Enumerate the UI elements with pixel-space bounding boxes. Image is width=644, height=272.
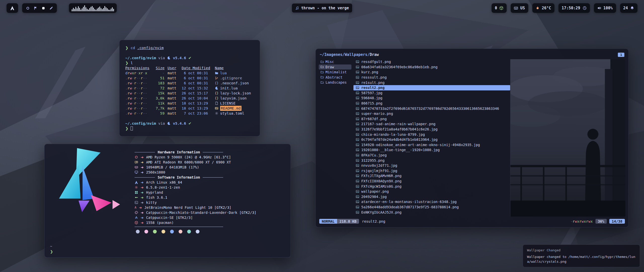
fetch-info-value: AMD Ryzen 9 5900X (24) @ 4.9GHz [61.3°C] bbox=[146, 155, 231, 160]
launcher-button[interactable] bbox=[7, 3, 18, 13]
file-row[interactable]: FXfcHgcWIAMzs0G.png bbox=[353, 184, 510, 189]
media-widget[interactable]: thrown - on the verge bbox=[292, 3, 352, 13]
topbar-left bbox=[7, 3, 117, 13]
folder-row[interactable]: Minimalist bbox=[319, 70, 351, 75]
file-name: resssult.png bbox=[361, 75, 387, 79]
file-row[interactable]: wallpaper.png bbox=[353, 189, 510, 194]
file-row[interactable]: resssult.png bbox=[353, 75, 510, 80]
image-icon bbox=[356, 127, 359, 131]
file-row[interactable]: super-mario.png bbox=[353, 111, 510, 116]
volume-widget[interactable]: 100% bbox=[594, 3, 616, 13]
file-row[interactable]: ressdfgult.png bbox=[353, 59, 510, 64]
file-name: stylua.toml bbox=[220, 111, 244, 116]
file-row[interactable]: 68747470733a2f2f696d616765732d7769786d70… bbox=[353, 106, 510, 111]
arrow-icon: ➜ bbox=[141, 215, 144, 220]
image-icon bbox=[356, 96, 359, 100]
software-section-title: Software Information bbox=[135, 175, 223, 180]
folder-name: Abstract bbox=[326, 75, 342, 79]
updates-widget[interactable]: 0 bbox=[492, 3, 507, 13]
workspace-switcher bbox=[22, 3, 57, 13]
display-icon bbox=[135, 171, 138, 174]
workspace-button[interactable] bbox=[42, 6, 45, 10]
file-owner: matt bbox=[168, 91, 179, 96]
file-row[interactable]: 587597.jpg bbox=[353, 90, 510, 96]
file-name: chica-mirando-la-luna-8799.jpg bbox=[361, 132, 425, 137]
file-row[interactable]: EeNKYgIUcAAJ5JX.png bbox=[353, 210, 510, 215]
file-row[interactable]: atardecer-en-la-montanas-ilustracion-634… bbox=[353, 199, 510, 205]
file-row[interactable]: 19201080-__blue-tinge__-1920×1080.jpg bbox=[353, 147, 510, 153]
ls-column-header: Size bbox=[153, 65, 165, 71]
file-row[interactable]: 217167-sad-anime-rain-wallpaper.png bbox=[353, 121, 510, 127]
file-row[interactable]: 0c794faf07de24a4db4d4fb1eb813964.jpg bbox=[353, 137, 510, 142]
workspace-button[interactable] bbox=[26, 6, 30, 10]
folder-name: Misc bbox=[326, 60, 334, 64]
notification-popup[interactable]: Wallpaper Changed Wallpaper changed to /… bbox=[523, 245, 640, 267]
file-row[interactable]: 20492984.jpg bbox=[353, 194, 510, 199]
fetch-prompt[interactable]: ~ ❯ bbox=[50, 244, 53, 254]
folder-row[interactable]: Landscapes bbox=[319, 80, 351, 85]
fetch-terminal-window[interactable]: Hardware Information ➜AMD Ryzen 9 5900X … bbox=[44, 144, 291, 258]
file-row[interactable]: FXfcJlTXgAMvH6R.png bbox=[353, 173, 510, 179]
file-row[interactable]: rsjqojlmjhf91.jpg bbox=[353, 168, 510, 173]
notifications-widget[interactable]: 24 bbox=[620, 3, 637, 13]
palette-dot bbox=[187, 230, 191, 233]
file-row[interactable]: result2.png bbox=[353, 85, 510, 90]
image-icon bbox=[356, 70, 359, 74]
file-permissions: .rw-r--r-- bbox=[125, 81, 150, 86]
file-row[interactable]: 596848.jpg bbox=[353, 95, 510, 101]
folder-name: Draw bbox=[326, 65, 334, 69]
visualizer-bar bbox=[104, 6, 105, 11]
json-icon: {} bbox=[215, 92, 218, 95]
lua-version: v5.4.6 bbox=[173, 121, 186, 125]
ls-row: .rw-r--r--7,7kmatt18 oct 13:29README.md bbox=[125, 106, 254, 111]
workspace-button[interactable] bbox=[34, 6, 37, 10]
file-row[interactable]: 5a266e448add93deab367d87173e9f25-6837886… bbox=[353, 205, 510, 210]
file-row[interactable]: 866715.png bbox=[353, 101, 510, 106]
folder-open-icon bbox=[320, 71, 324, 74]
workspace-button[interactable] bbox=[49, 6, 53, 10]
fm-status-left: NORMAL 218.8 KB result2.png bbox=[319, 219, 385, 224]
folder-row[interactable]: Misc bbox=[319, 59, 351, 64]
tab-badge[interactable]: 1 bbox=[618, 53, 624, 57]
blank-line bbox=[125, 50, 254, 55]
file-size: 7,7k bbox=[153, 106, 165, 111]
file-name: rsjqojlmjhf91.jpg bbox=[361, 169, 397, 173]
file-row[interactable]: 3126f7e9bbf21a8a4af0b67b041c6e26.jpg bbox=[353, 127, 510, 132]
file-name: 68747470733a2f2f696d616765732d7769786d70… bbox=[361, 107, 499, 111]
path-current: Draw bbox=[370, 52, 379, 57]
file-row[interactable]: 8FKa7Cu.jpeg bbox=[353, 153, 510, 158]
file-row[interactable]: nnvuv0xj2df71.jpg bbox=[353, 163, 510, 168]
visualizer-bar bbox=[94, 9, 95, 11]
folder-row[interactable]: Draw bbox=[319, 64, 351, 70]
cwd-label: ~/.config/nvim bbox=[125, 121, 156, 125]
file-date: 18 oct 13:29 bbox=[182, 101, 212, 106]
file-manager-window[interactable]: ~/Imagenes/Wallpapers/Draw 1 MiscDrawMin… bbox=[315, 49, 629, 227]
file-row[interactable]: 3122955.png bbox=[353, 158, 510, 163]
clock-widget[interactable]: 17:50:29 bbox=[558, 3, 590, 13]
file-row[interactable]: 154928-odinokoe_anime-art-anime-okno-sin… bbox=[353, 142, 510, 148]
file-row[interactable]: 08a634fa02a32364f69ebc86a98eb1eb.png bbox=[353, 64, 510, 70]
prompt-line[interactable]: ❯ bbox=[125, 126, 254, 131]
image-icon bbox=[356, 91, 359, 95]
keyboard-layout-widget[interactable]: US bbox=[511, 3, 528, 13]
file-row[interactable]: 87r687df.png bbox=[353, 116, 510, 122]
arrow-icon: ➜ bbox=[141, 160, 144, 165]
success-check-icon: ✔ bbox=[188, 56, 191, 60]
visualizer-bar bbox=[107, 8, 108, 11]
file-row[interactable]: chica-mirando-la-luna-8799.jpg bbox=[353, 132, 510, 137]
visualizer-bar bbox=[72, 9, 72, 11]
temperature-widget[interactable]: 26°C bbox=[532, 3, 554, 13]
file-row[interactable]: kurz.png bbox=[353, 70, 510, 75]
file-owner: matt bbox=[168, 81, 179, 86]
arch-icon bbox=[10, 6, 15, 10]
arrow-icon: ➜ bbox=[141, 210, 144, 215]
lua-icon bbox=[167, 56, 171, 60]
terminal-window[interactable]: ❯cd.config/nvim ~/.config/nvimviav5.4.6✔… bbox=[119, 40, 260, 137]
file-row[interactable]: FXfcII0X0AQyn9X.png bbox=[353, 179, 510, 184]
file-row[interactable]: re1sult.png bbox=[353, 80, 510, 85]
file-name: 866715.png bbox=[361, 101, 382, 105]
folder-row[interactable]: Abstract bbox=[319, 75, 351, 80]
file-size: 72 bbox=[153, 86, 165, 91]
circle-icon bbox=[26, 6, 30, 10]
command-line: ❯cd.config/nvim bbox=[125, 45, 254, 50]
